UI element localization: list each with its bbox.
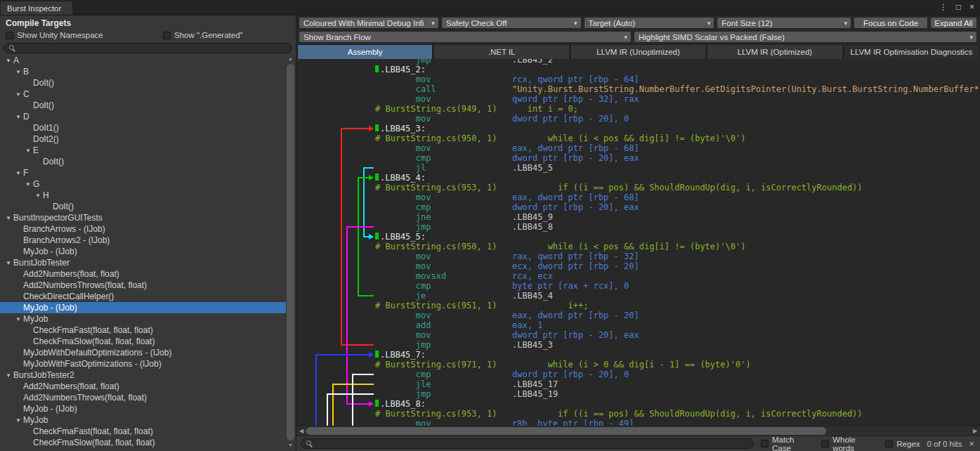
tab-llvm-ir-unoptimized[interactable]: LLVM IR (Unoptimized) [570,44,706,59]
find-input[interactable] [316,440,748,448]
maximize-icon[interactable]: □ [956,2,961,12]
tree-item-doit1[interactable]: DoIt1() [0,122,286,133]
find-close-icon[interactable]: × [969,438,974,449]
foldout-triangle-icon[interactable]: ▼ [25,179,33,190]
tree-item-myjobwithdefaultoptimizations-ijob[interactable]: MyJobWithDefaultOptimizations - (IJob) [0,347,286,358]
tree-item-h[interactable]: ▼H [0,190,286,201]
scrollbar-thumb[interactable] [287,64,294,440]
search-box[interactable] [4,43,292,53]
scroll-down-icon[interactable]: ▼ [286,441,295,450]
tree-item-myjob-ijob[interactable]: MyJob - (IJob) [0,246,286,257]
tree-item-doit[interactable]: DoIt() [0,77,286,89]
tree-item-label: CheckFmaFast(float, float, float) [33,426,153,436]
checkbox-icon[interactable] [821,440,829,447]
tree-item-d[interactable]: ▼D [0,111,286,122]
tree-item-myjob-ijob[interactable]: MyJob - (IJob) [0,302,286,313]
tree-item-burstinspectorguitests[interactable]: ▼BurstInspectorGUITests [0,212,286,223]
show-unity-namespace-checkbox[interactable]: Show Unity Namespace [6,31,163,39]
tree-item-a[interactable]: ▼A [0,55,286,66]
assembly-code-view[interactable]: jmp .LBB45_2.LBB45_2: mov rcx, qword ptr… [296,59,980,426]
checkbox-icon[interactable] [885,440,893,447]
namespace-filters: Show Unity Namespace Show ".Generated" [0,29,296,41]
font-size-dropdown[interactable]: Font Size (12)▾ [717,17,851,29]
tree-item-myjobwithfastoptimizations-ijob[interactable]: MyJobWithFastOptimizations - (IJob) [0,358,286,370]
tree-item-checkdirectcallhelper[interactable]: CheckDirectCallHelper() [0,291,286,302]
tree-item-checkfmafast-float-float-float[interactable]: CheckFmaFast(float, float, float) [0,426,286,437]
target-dropdown[interactable]: Target (Auto)▾ [584,17,715,29]
foldout-triangle-icon[interactable]: ▼ [15,112,23,123]
tree-item-add2numbersthrows-float-float[interactable]: Add2NumbersThrows(float, float) [0,280,286,291]
tree-item-add2numbers-float-float[interactable]: Add2Numbers(float, float) [0,381,286,392]
code-horizontal-scrollbar[interactable]: ◀ ▶ [296,426,980,436]
block-marker [375,124,379,131]
code-line: .LBB45_2: [296,65,980,74]
tree-item-doit[interactable]: DoIt() [0,156,286,167]
foldout-triangle-icon[interactable]: ▼ [6,258,13,269]
menu-kebab-icon[interactable]: ⋮ [939,2,948,12]
debug-info-dropdown[interactable]: Coloured With Minimal Debug Infi▾ [299,17,439,29]
branch-arrowhead [369,352,374,358]
tree-item-burstjobtester2[interactable]: ▼BurstJobTester2 [0,370,286,381]
checkbox-icon[interactable] [6,32,13,39]
tree-item-f[interactable]: ▼F [0,167,286,178]
foldout-triangle-icon[interactable]: ▼ [15,89,23,100]
tree-item-myjob[interactable]: ▼MyJob [0,414,286,426]
tree-item-label: Add2NumbersThrows(float, float) [23,393,147,403]
foldout-triangle-icon[interactable]: ▼ [15,314,23,325]
chevron-down-icon: ▾ [969,34,973,41]
tree-item-checkfmafast-float-float-float[interactable]: CheckFmaFast(float, float, float) [0,325,286,336]
tree-scrollbar[interactable]: ▲ ▼ [286,55,295,450]
tree-item-myjob[interactable]: ▼MyJob [0,313,286,325]
window-tab-burst-inspector[interactable]: Burst Inspector [1,1,72,15]
tree-item-e[interactable]: ▼E [0,145,286,156]
tree-item-doit2[interactable]: DoIt2() [0,133,286,145]
chevron-down-icon: ▾ [624,34,627,41]
foldout-triangle-icon[interactable]: ▼ [6,370,13,381]
code-line: cmp byte ptr [rax + rcx], 0 [296,281,980,291]
expand-all-button[interactable]: Expand All [930,17,977,29]
tree-item-myjob-ijob[interactable]: MyJob - (IJob) [0,403,286,414]
search-input[interactable] [19,44,287,53]
tree-item-doit[interactable]: DoIt() [0,100,286,111]
foldout-triangle-icon[interactable]: ▼ [15,168,23,179]
tab-net-il[interactable]: .NET IL [433,44,569,59]
tree-item-c[interactable]: ▼C [0,89,286,100]
tree-item-brancharrows-ijob[interactable]: BranchArrows - (IJob) [0,223,286,235]
scroll-right-icon[interactable]: ▶ [970,428,980,434]
tree-item-checkfmaslow-float-float-float[interactable]: CheckFmaSlow(float, float, float) [0,437,286,448]
simd-highlight-dropdown[interactable]: Highlight SIMD Scalar vs Packed (False)▾ [634,31,977,43]
tree-item-add2numbers-float-float[interactable]: Add2Numbers(float, float) [0,268,286,280]
tree-item-b[interactable]: ▼B [0,66,286,77]
find-search-box[interactable] [301,438,754,449]
scroll-up-icon[interactable]: ▲ [286,55,295,63]
tree-item-doit[interactable]: DoIt() [0,201,286,212]
regex-checkbox[interactable]: Regex [885,440,920,448]
close-icon[interactable]: × [969,2,974,12]
branch-flow-dropdown[interactable]: Show Branch Flow▾ [299,31,632,43]
foldout-triangle-icon[interactable]: ▼ [6,55,13,67]
show-generated-checkbox[interactable]: Show ".Generated" [163,31,243,39]
tab-llvm-ir-optimized[interactable]: LLVM IR (Optimized) [707,44,842,59]
foldout-triangle-icon[interactable]: ▼ [15,67,23,78]
foldout-triangle-icon[interactable]: ▼ [25,145,33,157]
whole-words-checkbox[interactable]: Whole words [821,436,878,451]
scroll-left-icon[interactable]: ◀ [296,428,306,434]
foldout-triangle-icon[interactable]: ▼ [35,190,43,202]
foldout-triangle-icon[interactable]: ▼ [15,415,23,426]
tree-item-burstjobtester[interactable]: ▼BurstJobTester [0,257,286,268]
tab-assembly[interactable]: Assembly [297,44,433,59]
tree-item-brancharrows2-ijob[interactable]: BranchArrows2 - (IJob) [0,235,286,246]
code-line: movsxd rcx, ecx [296,271,980,281]
checkbox-icon[interactable] [163,32,171,39]
scrollbar-thumb[interactable] [306,427,826,435]
safety-check-dropdown[interactable]: Safety Check Off▾ [441,17,582,29]
tree-item-add2numbersthrows-float-float[interactable]: Add2NumbersThrows(float, float) [0,392,286,403]
scrollbar-track[interactable] [306,426,970,436]
checkbox-icon[interactable] [761,440,769,447]
focus-on-code-button[interactable]: Focus on Code [854,17,928,29]
tree-item-checkfmaslow-float-float-float[interactable]: CheckFmaSlow(float, float, float) [0,336,286,347]
tree-item-g[interactable]: ▼G [0,178,286,190]
tab-llvm-ir-optimisation-diagnostics[interactable]: LLVM IR Optimisation Diagnostics [844,44,979,59]
foldout-triangle-icon[interactable]: ▼ [6,213,13,224]
match-case-checkbox[interactable]: Match Case [761,436,814,451]
